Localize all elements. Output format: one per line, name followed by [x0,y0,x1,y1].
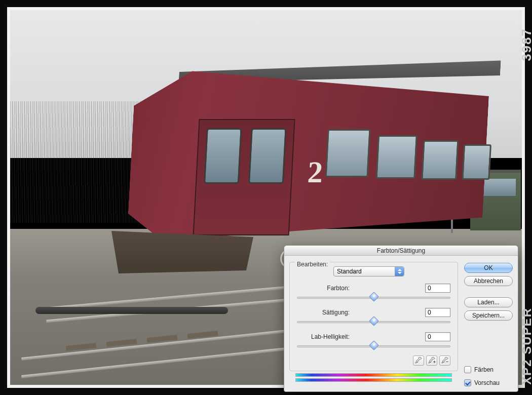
eyedropper-add-button[interactable]: + [426,356,437,366]
hue-saturation-dialog: Farbton/Sättigung Bearbeiten: Standard F… [284,245,518,392]
preview-checkbox[interactable] [464,379,471,386]
eyedropper-button[interactable] [413,356,424,366]
load-button[interactable]: Laden... [464,297,513,307]
hue-spectrum-top [295,373,452,377]
bg-pipe [35,307,228,314]
hue-slider[interactable] [297,294,450,301]
bg-window [421,140,459,180]
eyedropper-icon [415,357,422,364]
bg-window [325,129,371,177]
colorize-label: Färben [474,366,493,373]
bg-door-window [248,128,287,184]
saturation-label: Sättigung: [297,309,354,316]
eyedropper-subtract-button[interactable]: − [439,356,450,366]
hue-input[interactable] [425,284,450,293]
edit-select-value: Standard [337,268,362,275]
edit-select[interactable]: Standard [333,266,404,276]
cancel-button[interactable]: Abbrechen [464,276,513,286]
bg-door-window [204,128,242,184]
hue-spectrum-bottom [295,378,452,382]
lightness-label: Lab-Helligkeit: [297,333,354,340]
hue-spectrum [295,373,452,382]
film-stock-label: XP2 SUPER [521,307,532,385]
edit-fieldset: Bearbeiten: Standard Farbton: [289,262,458,371]
minus-icon: − [446,360,448,364]
ok-button[interactable]: OK [464,263,513,273]
plus-icon: + [433,360,436,365]
preview-label: Vorschau [474,379,500,386]
lightness-slider[interactable] [297,342,450,349]
film-frame-number: 3987 [520,28,532,61]
carriage-class-number: 2 [307,157,324,187]
saturation-slider[interactable] [297,318,450,325]
saturation-input[interactable] [425,308,450,317]
select-arrows-icon [395,267,404,276]
save-button[interactable]: Speichern... [464,310,513,321]
lightness-input[interactable] [425,332,450,341]
hue-label: Farbton: [297,285,354,292]
dialog-title: Farbton/Sättigung [284,246,518,256]
carriage-class-number-small: 2 [525,177,531,191]
bg-window [462,144,491,180]
bg-door [193,119,295,235]
colorize-checkbox[interactable] [464,366,471,373]
bg-window [375,135,417,179]
bg-carriage: 2 2 B [127,48,491,241]
